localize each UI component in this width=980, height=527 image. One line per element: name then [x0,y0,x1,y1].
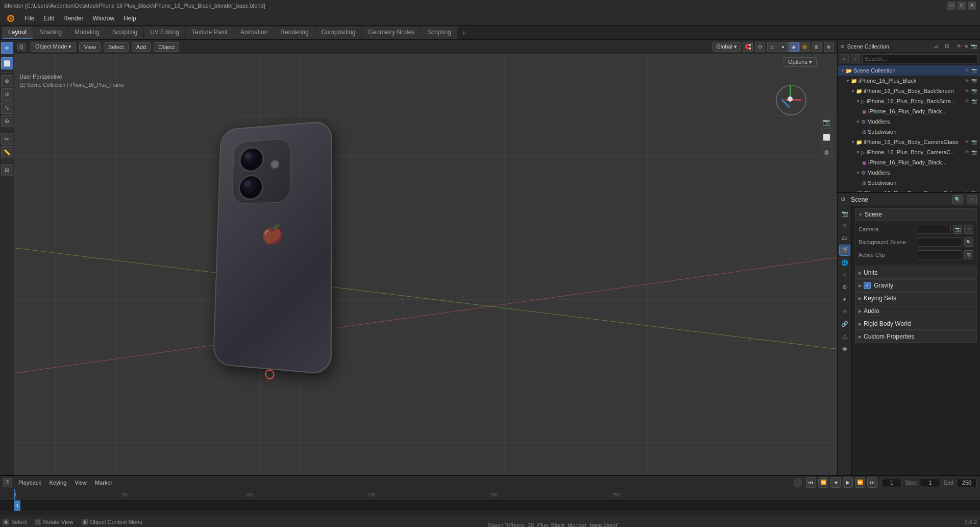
rigid-body-section-header[interactable]: ▶ Rigid Body World [855,318,977,330]
clip-picker[interactable]: 🎬 [964,250,973,259]
arrow-1[interactable]: ▼ [850,88,856,94]
tab-uv-editing[interactable]: UV Editing [144,27,185,39]
tab-modeling[interactable]: Modeling [68,27,106,39]
marker-menu[interactable]: Marker [93,478,114,487]
rotate-tool[interactable]: ↺ [1,88,13,101]
measure-tool[interactable]: 📏 [1,146,13,158]
jump-start-btn[interactable]: ⏮ [806,477,816,488]
outliner-search-input[interactable] [862,54,978,63]
play-btn[interactable]: ▶ [843,477,853,488]
tree-item-11[interactable]: ▼ 📁 iPhone_16_Plus_Body_CameraSphe... 👁 … [838,188,980,192]
units-section-header[interactable]: ▶ Units [855,267,977,279]
camera-view-btn[interactable]: 📷 [820,115,833,129]
props-tab-view-layer[interactable]: 🗂 [839,232,850,244]
proportional-edit-btn[interactable]: ⊙ [755,42,765,52]
gizmo-btn[interactable]: ⊕ [824,42,834,52]
all-scenes-btn[interactable]: ≡ [840,54,849,63]
props-search-btn[interactable]: 🔍 [952,195,963,204]
menu-edit[interactable]: Edit [39,13,58,23]
tree-item-scene-collection[interactable]: ▼ 📂 Scene Collection 👁 📷 [838,65,980,76]
render-7[interactable]: 📷 [970,150,978,155]
navigation-gizmo[interactable] [771,80,812,121]
tree-item-7[interactable]: ▼ ▷ iPhone_16_Plus_Body_CameraC... 👁 📷 [838,147,980,157]
outliner-sort-btn[interactable]: ⊞ [942,42,951,51]
3d-viewport[interactable]: ⊡ Object Mode ▾ View Select Add Object G… [14,40,837,475]
tab-rendering[interactable]: Rendering [274,27,314,39]
tab-compositing[interactable]: Compositing [315,27,362,39]
menu-help[interactable]: Help [119,13,140,23]
keying-menu[interactable]: Keying [47,478,69,487]
timeline-track[interactable]: 1 [0,500,980,511]
props-tab-particles[interactable]: ✦ [839,294,850,305]
playhead-btn[interactable] [794,478,802,487]
props-tab-render[interactable]: 📷 [839,208,850,219]
render-11[interactable]: 📷 [970,190,978,192]
overlay-btn[interactable]: ⊞ [812,42,822,52]
tree-item-5[interactable]: ⊞ Subdivision [838,127,980,137]
props-tab-world[interactable]: 🌐 [839,257,850,268]
props-filter-btn[interactable]: ▿ [967,195,977,204]
render-6[interactable]: 📷 [970,139,978,145]
rendered-shading[interactable]: 🔆 [799,42,810,52]
step-fwd-btn[interactable]: ⏩ [855,477,865,488]
add-tool[interactable]: ⊞ [1,164,13,176]
tree-item-10[interactable]: ⊞ Subdivision [838,178,980,188]
scale-tool[interactable]: ⤡ [1,102,13,114]
select-toggle[interactable]: 🖱 [964,43,969,49]
hide-toggle[interactable]: 👁 [957,43,962,49]
background-scene-value[interactable] [917,237,962,247]
arrow-2[interactable]: ▼ [855,98,861,104]
gravity-checkbox[interactable]: ✓ [864,282,871,289]
props-tab-object[interactable]: ▿ [839,269,850,280]
tab-layout[interactable]: Layout [2,27,33,39]
menu-blender[interactable] [2,12,19,25]
render-region-btn[interactable]: ⬜ [820,131,833,144]
outliner-filter-btn[interactable]: ⊿ [931,42,940,51]
maximize-button[interactable]: □ [958,2,966,10]
tab-scripting[interactable]: Scripting [421,27,457,39]
arrow-11[interactable]: ▼ [850,190,856,192]
tree-item-1[interactable]: ▼ 📁 iPhone_16_Plus_Body_BackScreen 👁 📷 [838,86,980,96]
move-tool[interactable]: ✥ [1,75,13,87]
start-frame-field[interactable]: 1 [920,478,940,487]
camera-value[interactable] [917,225,951,234]
menu-render[interactable]: Render [59,13,87,23]
end-frame-field[interactable]: 250 [957,478,977,487]
audio-section-header[interactable]: ▶ Audio [855,305,977,317]
tree-item-4[interactable]: ▼ ⚙ Modifiers [838,116,980,127]
solid-shading[interactable]: ● [778,42,788,52]
tab-sculpting[interactable]: Sculpting [106,27,143,39]
menu-window[interactable]: Window [88,13,118,23]
menu-file[interactable]: File [20,13,38,23]
tree-item-3[interactable]: ◉ iPhone_16_Plus_Body_Black... [838,106,980,116]
tree-item-8[interactable]: ◉ iPhone_16_Plus_Body_Black... [838,157,980,167]
tree-item-9[interactable]: ▼ ⚙ Modifiers [838,167,980,178]
active-clip-value[interactable] [917,250,962,259]
eye-7[interactable]: 👁 [964,150,970,155]
eye-1[interactable]: 👁 [964,88,970,93]
viewport-object-menu[interactable]: Object [154,42,179,52]
camera-open-btn[interactable]: ↗ [964,225,973,234]
arrow-0[interactable]: ▼ [845,78,851,84]
gravity-section-header[interactable]: ▶ ✓ Gravity [855,279,977,292]
props-editor-type[interactable]: ⚙ [841,196,846,203]
props-tab-modifier[interactable]: ⚙ [839,281,850,293]
object-mode-dropdown[interactable]: Object Mode ▾ [31,42,76,52]
timeline-view-menu[interactable]: View [72,478,89,487]
tree-item-2[interactable]: ▼ ▷ iPhone_16_Plus_Body_BackScre... 👁 📷 [838,96,980,106]
arrow-9[interactable]: ▼ [855,170,861,176]
render-0[interactable]: 📷 [970,78,978,83]
viewport-select-menu[interactable]: Select [104,42,129,52]
step-back-btn[interactable]: ⏪ [818,477,828,488]
playback-menu[interactable]: Playback [16,478,43,487]
props-tab-material[interactable]: ◉ [839,343,850,354]
sc-eye[interactable]: 👁 [964,68,970,73]
tab-geometry-nodes[interactable]: Geometry Nodes [362,27,421,39]
current-frame-field[interactable]: 1 [881,478,902,487]
arrow-4[interactable]: ▼ [855,118,861,125]
camera-picker-btn[interactable]: 📷 [953,225,962,234]
timeline-type-btn[interactable]: ⏱ [3,478,12,487]
arrow-7[interactable]: ▼ [855,149,861,155]
annotate-tool[interactable]: ✏ [1,133,13,145]
viewport-view-menu[interactable]: View [79,42,101,52]
